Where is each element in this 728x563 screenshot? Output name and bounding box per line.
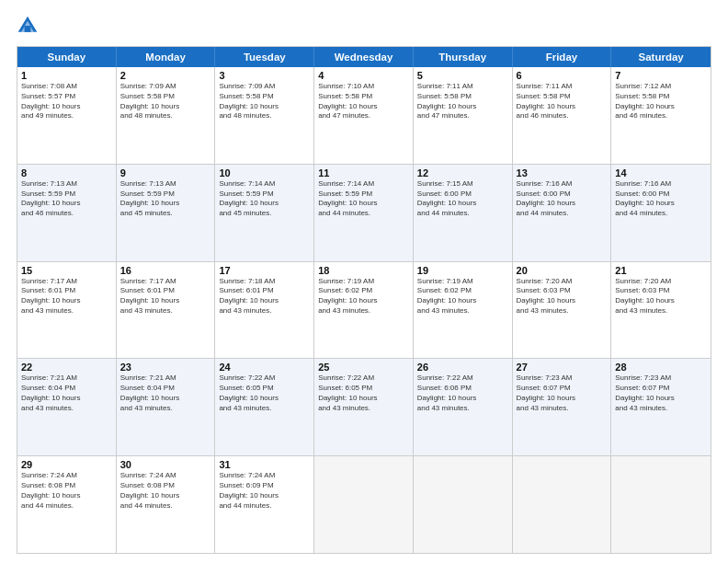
day-number: 3 bbox=[219, 70, 310, 81]
cell-text: Sunrise: 7:09 AM Sunset: 5:58 PM Dayligh… bbox=[120, 82, 211, 121]
day-number: 29 bbox=[21, 459, 112, 470]
calendar-cell: 8Sunrise: 7:13 AM Sunset: 5:59 PM Daylig… bbox=[17, 165, 117, 261]
calendar-row: 15Sunrise: 7:17 AM Sunset: 6:01 PM Dayli… bbox=[17, 261, 711, 359]
cell-text: Sunrise: 7:23 AM Sunset: 6:07 PM Dayligh… bbox=[615, 373, 707, 413]
day-number: 10 bbox=[219, 167, 310, 178]
cell-text: Sunrise: 7:08 AM Sunset: 5:57 PM Dayligh… bbox=[21, 82, 112, 121]
day-number: 26 bbox=[417, 362, 508, 373]
cell-text: Sunrise: 7:11 AM Sunset: 5:58 PM Dayligh… bbox=[517, 82, 608, 121]
cell-text: Sunrise: 7:16 AM Sunset: 6:00 PM Dayligh… bbox=[615, 179, 707, 219]
day-number: 1 bbox=[21, 70, 112, 81]
cell-text: Sunrise: 7:12 AM Sunset: 5:58 PM Dayligh… bbox=[615, 82, 707, 121]
calendar-header-cell: Saturday bbox=[611, 47, 711, 67]
calendar-cell: 12Sunrise: 7:15 AM Sunset: 6:00 PM Dayli… bbox=[414, 165, 513, 261]
calendar-cell bbox=[314, 456, 414, 553]
calendar-cell: 21Sunrise: 7:20 AM Sunset: 6:03 PM Dayli… bbox=[611, 262, 711, 359]
calendar-cell: 2Sunrise: 7:09 AM Sunset: 5:58 PM Daylig… bbox=[117, 67, 216, 164]
calendar-cell: 13Sunrise: 7:16 AM Sunset: 6:00 PM Dayli… bbox=[513, 165, 612, 261]
calendar-cell: 17Sunrise: 7:18 AM Sunset: 6:01 PM Dayli… bbox=[215, 262, 314, 359]
cell-text: Sunrise: 7:19 AM Sunset: 6:02 PM Dayligh… bbox=[417, 277, 508, 316]
day-number: 12 bbox=[417, 167, 508, 178]
calendar-header-row: SundayMondayTuesdayWednesdayThursdayFrid… bbox=[17, 47, 711, 67]
day-number: 24 bbox=[219, 362, 310, 373]
calendar-body: 1Sunrise: 7:08 AM Sunset: 5:57 PM Daylig… bbox=[17, 67, 711, 553]
svg-rect-2 bbox=[25, 26, 31, 32]
cell-text: Sunrise: 7:22 AM Sunset: 6:06 PM Dayligh… bbox=[417, 373, 508, 413]
calendar-cell: 24Sunrise: 7:22 AM Sunset: 6:05 PM Dayli… bbox=[215, 359, 314, 455]
calendar-cell: 14Sunrise: 7:16 AM Sunset: 6:00 PM Dayli… bbox=[611, 165, 711, 261]
calendar-cell: 31Sunrise: 7:24 AM Sunset: 6:09 PM Dayli… bbox=[215, 456, 314, 553]
calendar-cell: 30Sunrise: 7:24 AM Sunset: 6:08 PM Dayli… bbox=[117, 456, 216, 553]
cell-text: Sunrise: 7:17 AM Sunset: 6:01 PM Dayligh… bbox=[120, 277, 211, 316]
cell-text: Sunrise: 7:18 AM Sunset: 6:01 PM Dayligh… bbox=[219, 277, 310, 316]
cell-text: Sunrise: 7:13 AM Sunset: 5:59 PM Dayligh… bbox=[120, 179, 211, 219]
calendar-cell: 15Sunrise: 7:17 AM Sunset: 6:01 PM Dayli… bbox=[17, 262, 117, 359]
cell-text: Sunrise: 7:14 AM Sunset: 5:59 PM Dayligh… bbox=[318, 179, 409, 219]
cell-text: Sunrise: 7:21 AM Sunset: 6:04 PM Dayligh… bbox=[120, 373, 211, 413]
calendar-cell: 19Sunrise: 7:19 AM Sunset: 6:02 PM Dayli… bbox=[414, 262, 513, 359]
calendar-header-cell: Thursday bbox=[414, 47, 513, 67]
day-number: 16 bbox=[120, 265, 211, 276]
calendar-row: 1Sunrise: 7:08 AM Sunset: 5:57 PM Daylig… bbox=[17, 67, 711, 164]
calendar-row: 8Sunrise: 7:13 AM Sunset: 5:59 PM Daylig… bbox=[17, 164, 711, 261]
calendar-cell: 16Sunrise: 7:17 AM Sunset: 6:01 PM Dayli… bbox=[117, 262, 216, 359]
calendar: SundayMondayTuesdayWednesdayThursdayFrid… bbox=[17, 46, 711, 554]
cell-text: Sunrise: 7:24 AM Sunset: 6:09 PM Dayligh… bbox=[219, 471, 310, 511]
day-number: 5 bbox=[417, 70, 508, 81]
calendar-cell: 10Sunrise: 7:14 AM Sunset: 5:59 PM Dayli… bbox=[215, 165, 314, 261]
cell-text: Sunrise: 7:10 AM Sunset: 5:58 PM Dayligh… bbox=[318, 82, 409, 121]
calendar-cell: 7Sunrise: 7:12 AM Sunset: 5:58 PM Daylig… bbox=[611, 67, 711, 164]
calendar-cell bbox=[414, 456, 513, 553]
day-number: 23 bbox=[120, 362, 211, 373]
day-number: 31 bbox=[219, 459, 310, 470]
day-number: 30 bbox=[120, 459, 211, 470]
calendar-cell bbox=[611, 456, 711, 553]
cell-text: Sunrise: 7:11 AM Sunset: 5:58 PM Dayligh… bbox=[417, 82, 508, 121]
day-number: 20 bbox=[517, 265, 608, 276]
cell-text: Sunrise: 7:24 AM Sunset: 6:08 PM Dayligh… bbox=[120, 471, 211, 511]
calendar-cell: 27Sunrise: 7:23 AM Sunset: 6:07 PM Dayli… bbox=[513, 359, 612, 455]
day-number: 2 bbox=[120, 70, 211, 81]
calendar-cell: 25Sunrise: 7:22 AM Sunset: 6:05 PM Dayli… bbox=[314, 359, 414, 455]
calendar-cell: 23Sunrise: 7:21 AM Sunset: 6:04 PM Dayli… bbox=[117, 359, 216, 455]
cell-text: Sunrise: 7:23 AM Sunset: 6:07 PM Dayligh… bbox=[517, 373, 608, 413]
day-number: 19 bbox=[417, 265, 508, 276]
calendar-header-cell: Sunday bbox=[17, 47, 117, 67]
calendar-row: 29Sunrise: 7:24 AM Sunset: 6:08 PM Dayli… bbox=[17, 455, 711, 553]
calendar-cell: 1Sunrise: 7:08 AM Sunset: 5:57 PM Daylig… bbox=[17, 67, 117, 164]
day-number: 28 bbox=[615, 362, 707, 373]
day-number: 4 bbox=[318, 70, 409, 81]
day-number: 9 bbox=[120, 167, 211, 178]
logo-icon bbox=[17, 15, 39, 37]
header bbox=[17, 15, 711, 37]
cell-text: Sunrise: 7:16 AM Sunset: 6:00 PM Dayligh… bbox=[517, 179, 608, 219]
calendar-cell: 4Sunrise: 7:10 AM Sunset: 5:58 PM Daylig… bbox=[314, 67, 414, 164]
calendar-cell: 22Sunrise: 7:21 AM Sunset: 6:04 PM Dayli… bbox=[17, 359, 117, 455]
calendar-header-cell: Tuesday bbox=[215, 47, 314, 67]
day-number: 18 bbox=[318, 265, 409, 276]
day-number: 25 bbox=[318, 362, 409, 373]
day-number: 17 bbox=[219, 265, 310, 276]
cell-text: Sunrise: 7:15 AM Sunset: 6:00 PM Dayligh… bbox=[417, 179, 508, 219]
calendar-cell: 5Sunrise: 7:11 AM Sunset: 5:58 PM Daylig… bbox=[414, 67, 513, 164]
day-number: 21 bbox=[615, 265, 707, 276]
calendar-cell: 11Sunrise: 7:14 AM Sunset: 5:59 PM Dayli… bbox=[314, 165, 414, 261]
calendar-cell: 28Sunrise: 7:23 AM Sunset: 6:07 PM Dayli… bbox=[611, 359, 711, 455]
calendar-header-cell: Monday bbox=[117, 47, 216, 67]
cell-text: Sunrise: 7:17 AM Sunset: 6:01 PM Dayligh… bbox=[21, 277, 112, 316]
calendar-cell bbox=[513, 456, 612, 553]
calendar-header-cell: Friday bbox=[513, 47, 612, 67]
cell-text: Sunrise: 7:21 AM Sunset: 6:04 PM Dayligh… bbox=[21, 373, 112, 413]
calendar-row: 22Sunrise: 7:21 AM Sunset: 6:04 PM Dayli… bbox=[17, 358, 711, 455]
cell-text: Sunrise: 7:22 AM Sunset: 6:05 PM Dayligh… bbox=[318, 373, 409, 413]
calendar-cell: 18Sunrise: 7:19 AM Sunset: 6:02 PM Dayli… bbox=[314, 262, 414, 359]
cell-text: Sunrise: 7:14 AM Sunset: 5:59 PM Dayligh… bbox=[219, 179, 310, 219]
calendar-cell: 3Sunrise: 7:09 AM Sunset: 5:58 PM Daylig… bbox=[215, 67, 314, 164]
calendar-header-cell: Wednesday bbox=[314, 47, 414, 67]
calendar-cell: 26Sunrise: 7:22 AM Sunset: 6:06 PM Dayli… bbox=[414, 359, 513, 455]
cell-text: Sunrise: 7:20 AM Sunset: 6:03 PM Dayligh… bbox=[517, 277, 608, 316]
cell-text: Sunrise: 7:19 AM Sunset: 6:02 PM Dayligh… bbox=[318, 277, 409, 316]
day-number: 14 bbox=[615, 167, 707, 178]
calendar-cell: 9Sunrise: 7:13 AM Sunset: 5:59 PM Daylig… bbox=[117, 165, 216, 261]
cell-text: Sunrise: 7:24 AM Sunset: 6:08 PM Dayligh… bbox=[21, 471, 112, 511]
